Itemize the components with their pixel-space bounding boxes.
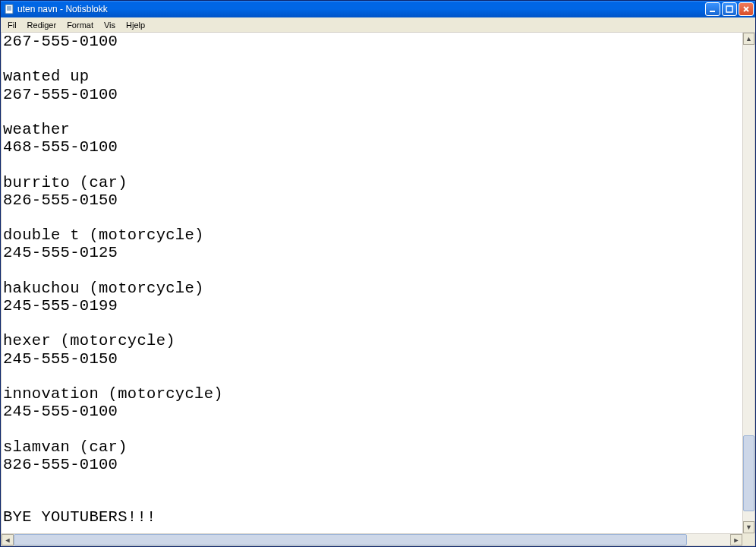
svg-rect-5 bbox=[726, 6, 732, 12]
svg-rect-4 bbox=[710, 11, 715, 12]
horizontal-scrollbar[interactable]: ◄ ► bbox=[2, 533, 742, 545]
vertical-scrollbar[interactable]: ▲ ▼ bbox=[742, 33, 754, 533]
scroll-right-arrow-icon[interactable]: ► bbox=[730, 534, 742, 545]
menu-help[interactable]: Hjelp bbox=[121, 19, 150, 31]
bottom-scroll-row: ◄ ► bbox=[2, 533, 754, 545]
minimize-icon bbox=[709, 5, 717, 13]
client-area: 267-555-0100 wanted up 267-555-0100 weat… bbox=[1, 33, 755, 546]
hscroll-track[interactable] bbox=[14, 534, 730, 545]
svg-rect-0 bbox=[5, 5, 13, 14]
scroll-left-arrow-icon[interactable]: ◄ bbox=[2, 534, 14, 545]
window-title: uten navn - Notisblokk bbox=[17, 4, 108, 14]
text-area[interactable]: 267-555-0100 wanted up 267-555-0100 weat… bbox=[2, 33, 742, 533]
titlebar[interactable]: uten navn - Notisblokk bbox=[1, 1, 755, 17]
menu-file[interactable]: Fil bbox=[2, 19, 22, 31]
scroll-corner bbox=[742, 533, 754, 545]
app-window: uten navn - Notisblokk Fil Rediger Forma… bbox=[0, 0, 756, 547]
maximize-button[interactable] bbox=[722, 2, 737, 16]
close-button[interactable] bbox=[739, 2, 754, 16]
menu-view[interactable]: Vis bbox=[99, 19, 121, 31]
vscroll-thumb[interactable] bbox=[743, 435, 754, 511]
maximize-icon bbox=[726, 5, 733, 13]
menu-format[interactable]: Format bbox=[61, 19, 99, 31]
close-icon bbox=[742, 5, 750, 13]
scroll-up-arrow-icon[interactable]: ▲ bbox=[743, 33, 754, 45]
notepad-icon bbox=[4, 4, 14, 14]
text-area-wrap: 267-555-0100 wanted up 267-555-0100 weat… bbox=[2, 33, 754, 533]
menubar: Fil Rediger Format Vis Hjelp bbox=[1, 17, 755, 33]
hscroll-thumb[interactable] bbox=[14, 534, 687, 545]
minimize-button[interactable] bbox=[705, 2, 720, 16]
vscroll-track[interactable] bbox=[743, 45, 754, 521]
scroll-down-arrow-icon[interactable]: ▼ bbox=[743, 521, 754, 533]
menu-edit[interactable]: Rediger bbox=[22, 19, 62, 31]
